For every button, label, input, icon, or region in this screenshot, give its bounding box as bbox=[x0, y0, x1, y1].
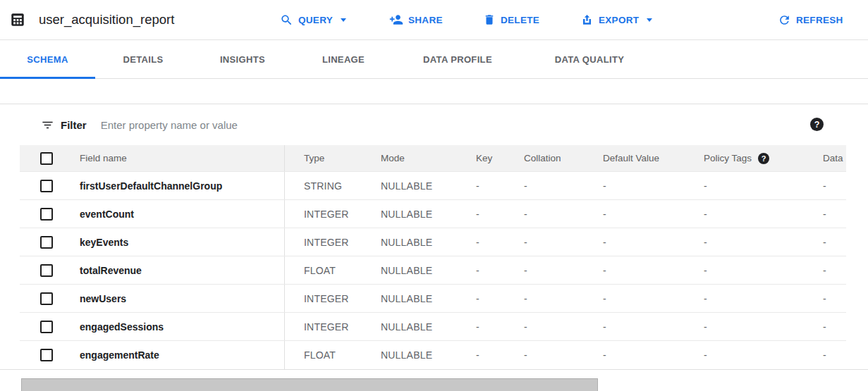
share-button[interactable]: SHARE bbox=[389, 0, 443, 39]
data-cell: - bbox=[803, 293, 846, 304]
help-icon[interactable]: ? bbox=[810, 118, 824, 131]
schema-panel: Filter ? Field name Type Mode Key Collat… bbox=[0, 104, 868, 369]
column-header-collation: Collation bbox=[504, 153, 583, 163]
default-value-cell: - bbox=[583, 180, 684, 192]
refresh-button-label: REFRESH bbox=[796, 15, 843, 25]
key-cell: - bbox=[456, 293, 504, 304]
tab-schema[interactable]: SCHEMA bbox=[0, 40, 95, 78]
help-icon[interactable]: ? bbox=[758, 153, 769, 164]
row-checkbox[interactable] bbox=[40, 236, 53, 249]
row-checkbox[interactable] bbox=[40, 208, 53, 221]
type-cell: INTEGER bbox=[284, 313, 362, 340]
export-button[interactable]: EXPORT bbox=[580, 0, 652, 39]
key-cell: - bbox=[456, 349, 504, 361]
trash-icon bbox=[483, 13, 496, 26]
type-cell: INTEGER bbox=[284, 285, 362, 312]
type-cell: STRING bbox=[284, 172, 362, 199]
refresh-button[interactable]: REFRESH bbox=[778, 0, 843, 39]
upload-icon bbox=[580, 13, 594, 27]
tab-data-profile[interactable]: DATA PROFILE bbox=[393, 40, 522, 78]
mode-cell: NULLABLE bbox=[362, 293, 456, 304]
key-cell: - bbox=[456, 265, 504, 276]
tab-insights[interactable]: INSIGHTS bbox=[191, 40, 294, 78]
default-value-cell: - bbox=[583, 293, 684, 304]
table-row: newUsers INTEGER NULLABLE - - - - - bbox=[20, 285, 846, 313]
field-name-cell: firstUserDefaultChannelGroup bbox=[60, 180, 284, 192]
field-name-cell: engagementRate bbox=[60, 349, 284, 361]
default-value-cell: - bbox=[583, 349, 684, 361]
export-button-label: EXPORT bbox=[599, 15, 639, 25]
row-checkbox[interactable] bbox=[40, 180, 53, 192]
mode-cell: NULLABLE bbox=[362, 265, 456, 276]
data-cell: - bbox=[803, 349, 846, 361]
row-checkbox[interactable] bbox=[40, 321, 53, 333]
field-name-cell: engagedSessions bbox=[60, 321, 284, 333]
key-cell: - bbox=[456, 209, 504, 220]
policy-tags-cell: - bbox=[684, 349, 803, 361]
field-name-cell: totalRevenue bbox=[60, 265, 284, 276]
mode-cell: NULLABLE bbox=[362, 349, 456, 361]
collation-cell: - bbox=[504, 209, 583, 220]
row-checkbox[interactable] bbox=[40, 292, 53, 305]
app-header: user_acquisition_report QUERY SHARE DELE… bbox=[0, 0, 868, 40]
collation-cell: - bbox=[504, 265, 583, 276]
default-value-cell: - bbox=[583, 265, 684, 276]
table-header-row: Field name Type Mode Key Collation Defau… bbox=[20, 145, 846, 172]
table-body: firstUserDefaultChannelGroup STRING NULL… bbox=[20, 172, 846, 369]
select-all-checkbox[interactable] bbox=[40, 152, 53, 165]
chevron-down-icon bbox=[647, 18, 652, 22]
query-button-label: QUERY bbox=[298, 15, 333, 25]
column-header-policy-tags: Policy Tags ? bbox=[684, 153, 803, 164]
data-cell: - bbox=[803, 265, 846, 276]
collation-cell: - bbox=[504, 180, 583, 192]
horizontal-scrollbar bbox=[0, 378, 868, 391]
tab-lineage[interactable]: LINEAGE bbox=[294, 40, 393, 78]
table-row: firstUserDefaultChannelGroup STRING NULL… bbox=[20, 172, 846, 200]
person-add-icon bbox=[389, 13, 403, 27]
query-button[interactable]: QUERY bbox=[280, 0, 346, 39]
table-row: engagementRate FLOAT NULLABLE - - - - - bbox=[20, 341, 846, 369]
key-cell: - bbox=[456, 180, 504, 192]
filter-row: Filter ? bbox=[0, 104, 868, 145]
table-row: keyEvents INTEGER NULLABLE - - - - - bbox=[20, 228, 846, 256]
default-value-cell: - bbox=[583, 321, 684, 333]
tab-data-quality[interactable]: DATA QUALITY bbox=[522, 40, 656, 78]
tab-bar: SCHEMA DETAILS INSIGHTS LINEAGE DATA PRO… bbox=[0, 40, 868, 79]
policy-tags-cell: - bbox=[684, 180, 803, 192]
policy-tags-cell: - bbox=[684, 293, 803, 304]
tab-details[interactable]: DETAILS bbox=[95, 40, 191, 78]
panel-bottom-border bbox=[0, 369, 868, 370]
key-cell: - bbox=[456, 321, 504, 333]
mode-cell: NULLABLE bbox=[362, 321, 456, 333]
mode-cell: NULLABLE bbox=[362, 209, 456, 220]
page-title: user_acquisition_report bbox=[39, 0, 174, 39]
data-cell: - bbox=[803, 321, 846, 333]
refresh-icon bbox=[778, 13, 791, 27]
search-icon bbox=[280, 13, 293, 27]
mode-cell: NULLABLE bbox=[362, 180, 456, 192]
default-value-cell: - bbox=[583, 209, 684, 220]
share-button-label: SHARE bbox=[408, 15, 443, 25]
policy-tags-cell: - bbox=[684, 237, 803, 248]
collation-cell: - bbox=[504, 321, 583, 333]
filter-input[interactable] bbox=[101, 119, 552, 131]
data-cell: - bbox=[803, 237, 846, 248]
row-checkbox[interactable] bbox=[40, 264, 53, 277]
policy-tags-cell: - bbox=[684, 265, 803, 276]
type-cell: INTEGER bbox=[284, 228, 362, 256]
mode-cell: NULLABLE bbox=[362, 237, 456, 248]
type-cell: INTEGER bbox=[284, 200, 362, 228]
data-cell: - bbox=[803, 209, 846, 220]
field-name-cell: newUsers bbox=[60, 293, 284, 304]
horizontal-scrollbar-thumb[interactable] bbox=[21, 378, 598, 391]
column-header-type: Type bbox=[284, 145, 362, 171]
column-header-key: Key bbox=[456, 153, 504, 163]
table-row: engagedSessions INTEGER NULLABLE - - - -… bbox=[20, 313, 846, 341]
collation-cell: - bbox=[504, 349, 583, 361]
default-value-cell: - bbox=[583, 237, 684, 248]
column-header-default-value: Default Value bbox=[583, 153, 684, 163]
delete-button[interactable]: DELETE bbox=[483, 0, 539, 39]
row-checkbox[interactable] bbox=[40, 349, 53, 361]
type-cell: FLOAT bbox=[284, 341, 362, 369]
policy-tags-cell: - bbox=[684, 321, 803, 333]
